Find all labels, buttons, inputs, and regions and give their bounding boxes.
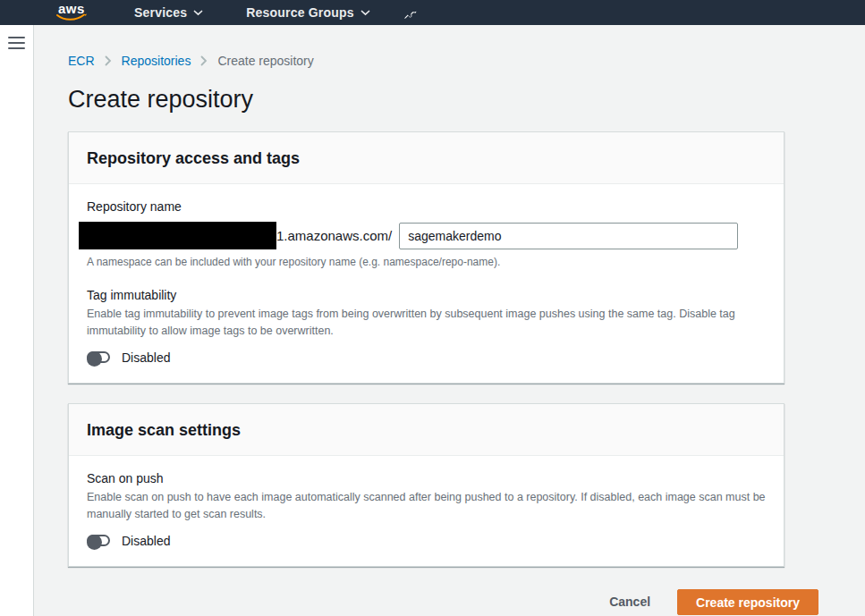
collapsed-side-navigation bbox=[0, 25, 34, 616]
pushpin-icon bbox=[404, 6, 417, 20]
card-body: Repository name 1.amazonaws.com/ A names… bbox=[69, 184, 784, 383]
services-menu[interactable]: Services bbox=[134, 5, 203, 20]
repository-name-label: Repository name bbox=[87, 199, 766, 214]
resource-groups-menu-label: Resource Groups bbox=[246, 5, 353, 20]
breadcrumb-current-page: Create repository bbox=[217, 54, 313, 68]
registry-url-suffix: 1.amazonaws.com/ bbox=[276, 228, 392, 243]
repository-name-row: 1.amazonaws.com/ bbox=[87, 222, 766, 249]
aws-top-navigation-bar: aws Services Resource Groups bbox=[0, 0, 865, 25]
scan-on-push-description: Enable scan on push to have each image a… bbox=[87, 489, 766, 524]
aws-logo-text: aws bbox=[58, 1, 85, 16]
card-header: Image scan settings bbox=[69, 404, 784, 456]
create-repository-button[interactable]: Create repository bbox=[677, 589, 818, 615]
toggle-knob bbox=[87, 351, 102, 367]
repository-name-input[interactable] bbox=[399, 223, 738, 249]
repository-access-and-tags-card: Repository access and tags Repository na… bbox=[68, 131, 784, 384]
menu-hamburger-icon[interactable] bbox=[8, 37, 25, 49]
scan-on-push-label: Scan on push bbox=[87, 471, 766, 485]
breadcrumb-link-repositories[interactable]: Repositories bbox=[122, 54, 191, 68]
card-title: Image scan settings bbox=[87, 421, 241, 439]
main-content-area: ECR Repositories Create repository Creat… bbox=[34, 25, 865, 616]
pin-shortcuts-button[interactable] bbox=[404, 6, 417, 20]
scan-on-push-toggle[interactable] bbox=[87, 535, 110, 546]
chevron-down-icon bbox=[360, 10, 370, 16]
form-actions: Cancel Create repository bbox=[68, 589, 818, 615]
tag-immutability-toggle[interactable] bbox=[87, 351, 110, 363]
card-body: Scan on push Enable scan on push to have… bbox=[69, 456, 784, 566]
chevron-right-icon bbox=[200, 55, 208, 66]
repository-name-helper-text: A namespace can be included with your re… bbox=[87, 256, 766, 268]
card-title: Repository access and tags bbox=[87, 149, 300, 167]
scan-on-push-state: Disabled bbox=[122, 534, 170, 548]
tag-immutability-toggle-row: Disabled bbox=[87, 350, 766, 365]
chevron-right-icon bbox=[105, 55, 112, 66]
tag-immutability-description: Enable tag immutability to prevent image… bbox=[87, 306, 766, 341]
page-title: Create repository bbox=[68, 85, 785, 114]
aws-logo[interactable]: aws bbox=[52, 1, 91, 24]
scan-on-push-toggle-row: Disabled bbox=[87, 534, 766, 548]
services-menu-label: Services bbox=[134, 5, 187, 20]
tag-immutability-state: Disabled bbox=[122, 350, 170, 365]
card-header: Repository access and tags bbox=[69, 132, 784, 184]
tag-immutability-label: Tag immutability bbox=[87, 288, 766, 302]
cancel-button[interactable]: Cancel bbox=[606, 589, 654, 614]
redacted-account-id-box bbox=[79, 222, 276, 249]
chevron-down-icon bbox=[193, 10, 203, 16]
image-scan-settings-card: Image scan settings Scan on push Enable … bbox=[68, 403, 784, 567]
toggle-knob bbox=[87, 535, 102, 550]
breadcrumb-link-ecr[interactable]: ECR bbox=[68, 54, 95, 68]
resource-groups-menu[interactable]: Resource Groups bbox=[246, 5, 369, 20]
breadcrumb: ECR Repositories Create repository bbox=[68, 54, 785, 68]
